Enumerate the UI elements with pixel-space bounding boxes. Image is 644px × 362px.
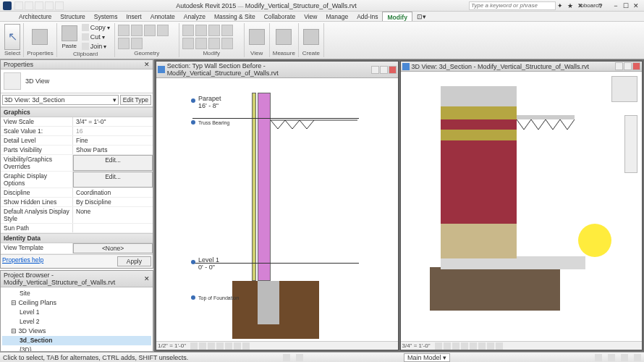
status-icon[interactable]: [621, 354, 628, 361]
close-icon[interactable]: [632, 62, 640, 70]
vc-icon[interactable]: [242, 342, 250, 350]
vc-icon[interactable]: [435, 342, 442, 350]
tab-systems[interactable]: Systems: [90, 12, 122, 21]
infocenter-icon[interactable]: ✦: [556, 1, 564, 10]
status-icon[interactable]: [296, 354, 303, 361]
app-icon[interactable]: [3, 1, 12, 10]
vc-icon[interactable]: [234, 342, 241, 350]
paste-button[interactable]: Paste: [60, 24, 79, 51]
vc-icon[interactable]: [452, 342, 459, 350]
tab-modify[interactable]: Modify: [382, 12, 412, 21]
qat-undo-icon[interactable]: [35, 1, 43, 10]
vc-icon[interactable]: [470, 342, 477, 350]
trim-icon[interactable]: [221, 38, 233, 49]
properties-help-link[interactable]: Properties help: [2, 256, 43, 266]
3d-view-header[interactable]: 3D View: 3d_Section - Modify_Vertical_St…: [401, 62, 643, 72]
create-button[interactable]: [302, 28, 321, 46]
vc-icon[interactable]: [216, 342, 224, 350]
tab-view[interactable]: View: [300, 12, 321, 21]
edit-type-button[interactable]: Edit Type: [120, 95, 151, 105]
tree-node-active[interactable]: 3d_Section: [2, 336, 151, 345]
properties-button[interactable]: [30, 28, 49, 46]
tool-icon[interactable]: [157, 25, 169, 36]
measure-button[interactable]: [274, 28, 293, 46]
qat-redo-icon[interactable]: [45, 1, 54, 10]
tab-panel-dropdown-icon[interactable]: ⊡▾: [412, 12, 431, 21]
workset-selector[interactable]: Main Model ▾: [404, 353, 450, 362]
vc-icon[interactable]: [199, 342, 206, 350]
tool-icon[interactable]: [118, 25, 130, 36]
status-icon[interactable]: [634, 354, 641, 361]
help-icon[interactable]: ?: [596, 1, 605, 10]
tab-annotate[interactable]: Annotate: [146, 12, 179, 21]
move-icon[interactable]: [182, 38, 194, 49]
type-selector[interactable]: 3D View: 3d_Section▾: [2, 95, 119, 105]
navigation-bar[interactable]: [624, 115, 637, 173]
status-icon[interactable]: [595, 354, 602, 361]
signin-icon[interactable]: ★: [566, 1, 575, 10]
vc-icon[interactable]: [478, 342, 486, 350]
search-input[interactable]: [469, 1, 556, 10]
vc-icon[interactable]: [487, 342, 494, 350]
status-icon[interactable]: [608, 354, 615, 361]
min-icon[interactable]: [615, 62, 623, 70]
vc-icon[interactable]: [444, 342, 451, 350]
cope-button[interactable]: Copy ▾: [80, 23, 111, 32]
tree-node[interactable]: ⊟ Ceiling Plans: [2, 298, 151, 308]
vc-icon[interactable]: [190, 342, 198, 350]
modify-cursor-button[interactable]: ↖: [4, 24, 20, 50]
section-canvas[interactable]: Parapet16' - 8" Truss Bearing Level 10' …: [156, 78, 398, 341]
properties-header[interactable]: Properties✕: [1, 60, 153, 70]
minimize-button[interactable]: −: [611, 1, 621, 10]
tab-massing[interactable]: Massing & Site: [210, 12, 260, 21]
group-graphics[interactable]: Graphics: [1, 107, 153, 117]
browser-header[interactable]: Project Browser - Modify_Vertical_Struct…: [1, 271, 153, 287]
close-icon[interactable]: [389, 66, 397, 74]
min-icon[interactable]: [371, 66, 379, 74]
qat-open-icon[interactable]: [14, 1, 23, 10]
status-icon[interactable]: [283, 354, 290, 361]
vc-icon[interactable]: [461, 342, 468, 350]
tab-analyze[interactable]: Analyze: [179, 12, 210, 21]
tab-architecture[interactable]: Architecture: [14, 12, 56, 21]
max-icon[interactable]: [380, 66, 388, 74]
max-icon[interactable]: [624, 62, 632, 70]
tab-structure[interactable]: Structure: [56, 12, 90, 21]
align-icon[interactable]: [182, 25, 194, 36]
3d-canvas[interactable]: [401, 72, 643, 341]
close-icon[interactable]: ✕: [144, 275, 150, 282]
section-view-header[interactable]: Section: Typ Wall Section Before - Modif…: [156, 62, 398, 78]
group-identity[interactable]: Identity Data: [1, 233, 153, 243]
tab-manage[interactable]: Manage: [321, 12, 352, 21]
user-label[interactable]: loboarch: [586, 1, 595, 10]
tree-node[interactable]: Level 1: [2, 308, 151, 317]
tree-node[interactable]: {3D}: [2, 345, 151, 352]
scale-label[interactable]: 1/2" = 1'-0": [158, 342, 186, 349]
cut-button[interactable]: Cut ▾: [80, 33, 111, 41]
vc-icon[interactable]: [208, 342, 215, 350]
close-button[interactable]: ✕: [631, 1, 641, 10]
rotate-icon[interactable]: [208, 38, 220, 49]
close-icon[interactable]: ✕: [144, 61, 150, 68]
copy2-icon[interactable]: [195, 38, 207, 49]
view-button[interactable]: [247, 28, 266, 46]
vc-icon[interactable]: [496, 342, 503, 350]
tab-collaborate[interactable]: Collaborate: [260, 12, 300, 21]
mirror-icon[interactable]: [208, 25, 220, 36]
tool-icon[interactable]: [131, 25, 143, 36]
tree-node[interactable]: Level 2: [2, 317, 151, 327]
vc-icon[interactable]: [225, 342, 232, 350]
apply-button[interactable]: Apply: [117, 256, 151, 266]
tree-node[interactable]: ⊟ 3D Views: [2, 327, 151, 336]
split-icon[interactable]: [221, 25, 233, 36]
viewcube[interactable]: [611, 76, 637, 102]
maximize-button[interactable]: ☐: [621, 1, 631, 10]
scale-label[interactable]: 3/4" = 1'-0": [402, 342, 431, 349]
tool-icon[interactable]: [131, 38, 143, 49]
tool-icon[interactable]: [144, 25, 156, 36]
qat-save-icon[interactable]: [25, 1, 33, 10]
join-button[interactable]: Join ▾: [80, 42, 111, 51]
tool-icon[interactable]: [118, 38, 130, 49]
offset-icon[interactable]: [195, 25, 207, 36]
qat-print-icon[interactable]: [55, 1, 64, 10]
